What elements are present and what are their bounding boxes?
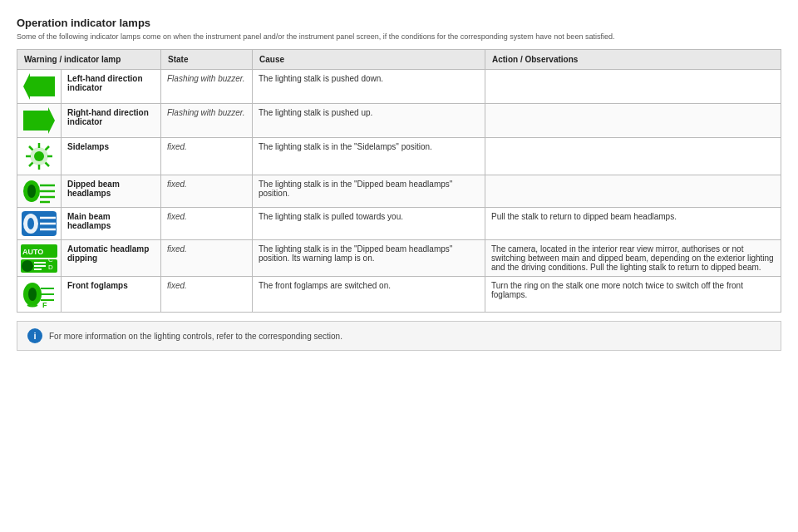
svg-point-3 [34, 151, 44, 161]
svg-marker-0 [23, 73, 55, 100]
svg-point-13 [27, 185, 36, 198]
info-bar: i For more information on the lighting c… [17, 321, 781, 351]
svg-line-8 [29, 146, 33, 150]
lamp-state-right-indicator: Flashing with buzzer. [161, 104, 253, 138]
lamp-icon-sidelamps [17, 138, 62, 175]
col-header-lamp: Warning / indicator lamp [17, 50, 161, 70]
svg-text:F: F [42, 301, 47, 308]
svg-line-9 [46, 163, 50, 167]
lamp-name-dipped-beam: Dipped beam headlamps [62, 175, 161, 208]
lamp-name-front-fogs: Front foglamps [62, 277, 161, 313]
lamp-icon-right-indicator [17, 104, 62, 138]
svg-text:C: C [48, 256, 53, 264]
lamp-action-main-beam: Pull the stalk to return to dipped beam … [485, 208, 781, 240]
svg-line-11 [29, 163, 33, 167]
lamp-cause-sidelamps: The lighting stalk is in the "Sidelamps"… [253, 138, 485, 175]
lamp-cause-main-beam: The lighting stalk is pulled towards you… [253, 208, 485, 240]
lamp-name-auto-dipping: Automatic headlamp dipping [62, 240, 161, 277]
lamp-action-dipped-beam [485, 175, 781, 208]
lamp-state-auto-dipping: fixed. [161, 240, 253, 277]
col-header-state: State [161, 50, 253, 70]
svg-point-27 [22, 260, 33, 272]
lamp-state-left-indicator: Flashing with buzzer. [161, 70, 253, 104]
svg-line-10 [46, 146, 50, 150]
info-text: For more information on the lighting con… [49, 332, 342, 341]
table-row: Main beam headlamps fixed. The lighting … [17, 208, 781, 240]
table-row: Sidelamps fixed. The lighting stalk is i… [17, 138, 781, 175]
lamp-name-right-indicator: Right-hand direction indicator [62, 104, 161, 138]
svg-point-20 [27, 218, 34, 229]
lamp-cause-front-fogs: The front foglamps are switched on. [253, 277, 485, 313]
col-header-cause: Cause [253, 50, 485, 70]
lamp-name-main-beam: Main beam headlamps [62, 208, 161, 240]
lamp-action-left-indicator [485, 70, 781, 104]
info-icon: i [27, 328, 42, 343]
lamp-icon-dipped-beam [17, 175, 62, 208]
lamp-name-sidelamps: Sidelamps [62, 138, 161, 175]
lamp-action-auto-dipping: The camera, located in the interior rear… [485, 240, 781, 277]
table-row: F Front foglamps fixed. The front foglam… [17, 277, 781, 313]
lamp-icon-front-fogs: F [17, 277, 62, 313]
lamp-cause-left-indicator: The lighting stalk is pushed down. [253, 70, 485, 104]
lamp-icon-main-beam [17, 208, 62, 240]
indicator-table: Warning / indicator lamp State Cause Act… [17, 49, 781, 313]
table-row: Left-hand direction indicator Flashing w… [17, 70, 781, 104]
lamp-state-sidelamps: fixed. [161, 138, 253, 175]
svg-text:D: D [48, 264, 53, 271]
svg-marker-1 [23, 107, 55, 134]
lamp-state-front-fogs: fixed. [161, 277, 253, 313]
lamp-action-front-fogs: Turn the ring on the stalk one more notc… [485, 277, 781, 313]
lamp-cause-dipped-beam: The lighting stalk is in the "Dipped bea… [253, 175, 485, 208]
lamp-icon-left-indicator [17, 70, 62, 104]
lamp-name-left-indicator: Left-hand direction indicator [62, 70, 161, 104]
page-subtitle: Some of the following indicator lamps co… [17, 32, 781, 41]
page-title: Operation indicator lamps [17, 17, 781, 29]
lamp-action-sidelamps [485, 138, 781, 175]
table-row: Dipped beam headlamps fixed. The lightin… [17, 175, 781, 208]
svg-point-34 [28, 288, 37, 301]
lamp-cause-auto-dipping: The lighting stalk is in the "Dipped bea… [253, 240, 485, 277]
lamp-cause-right-indicator: The lighting stalk is pushed up. [253, 104, 485, 138]
col-header-action: Action / Observations [485, 50, 781, 70]
table-row: AUTO D C Automatic headlamp dipping fixe… [17, 240, 781, 277]
lamp-action-right-indicator [485, 104, 781, 138]
table-row: Right-hand direction indicator Flashing … [17, 104, 781, 138]
svg-text:AUTO: AUTO [22, 248, 43, 256]
lamp-icon-auto-dipping: AUTO D C [17, 240, 62, 277]
lamp-state-dipped-beam: fixed. [161, 175, 253, 208]
lamp-state-main-beam: fixed. [161, 208, 253, 240]
